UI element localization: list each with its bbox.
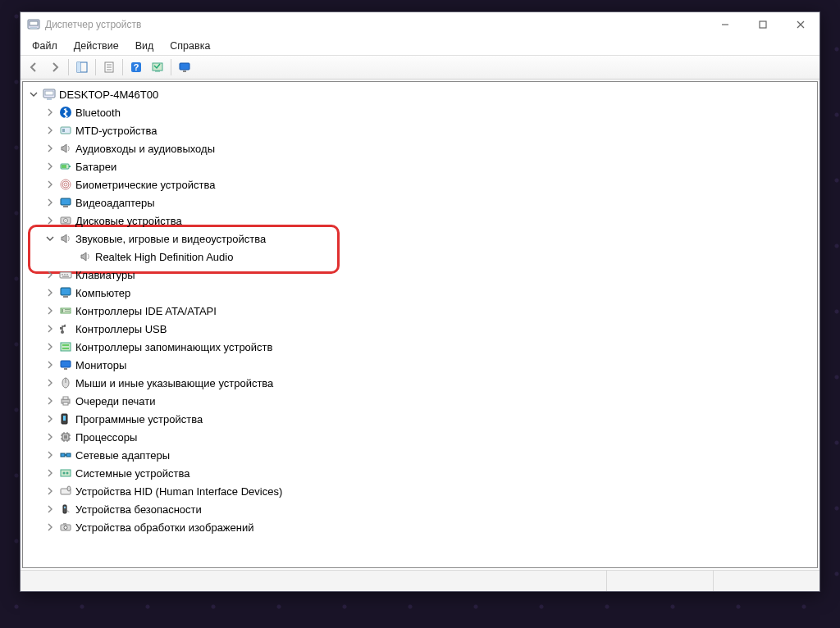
tree-category[interactable]: Дисковые устройства bbox=[23, 212, 817, 230]
tree-category[interactable]: Контроллеры запоминающих устройств bbox=[23, 338, 817, 356]
speaker-icon bbox=[79, 250, 92, 263]
tree-category[interactable]: Устройства обработки изображений bbox=[23, 518, 817, 536]
chevron-right-icon[interactable] bbox=[44, 287, 56, 298]
chevron-right-icon[interactable] bbox=[44, 305, 56, 316]
chevron-right-icon[interactable] bbox=[44, 179, 56, 190]
tree-category[interactable]: Bluetooth bbox=[23, 103, 817, 121]
tree-category[interactable]: Видеоадаптеры bbox=[23, 193, 817, 212]
mouse-icon bbox=[59, 376, 72, 389]
tree-category[interactable]: Мыши и иные указывающие устройства bbox=[23, 374, 817, 392]
tree-category[interactable]: Биометрические устройства bbox=[23, 175, 817, 193]
tree-node-label: Программные устройства bbox=[75, 413, 203, 425]
svg-rect-50 bbox=[61, 343, 71, 351]
chevron-right-icon[interactable] bbox=[44, 377, 56, 389]
svg-rect-39 bbox=[66, 274, 68, 275]
chevron-right-icon[interactable] bbox=[44, 215, 56, 226]
chevron-right-icon[interactable] bbox=[44, 269, 56, 280]
computer-icon bbox=[59, 286, 72, 299]
svg-rect-49 bbox=[60, 327, 62, 329]
svg-point-77 bbox=[66, 472, 69, 475]
tree-node-label: Контроллеры USB bbox=[75, 323, 167, 335]
tree-category[interactable]: Процессоры bbox=[23, 428, 817, 446]
chevron-right-icon[interactable] bbox=[44, 521, 56, 533]
tree-root[interactable]: DESKTOP-4M46T00 bbox=[23, 85, 817, 103]
tree-category[interactable]: Компьютер bbox=[23, 284, 817, 302]
scan-hardware-button[interactable] bbox=[148, 57, 167, 77]
chevron-right-icon[interactable] bbox=[44, 449, 56, 461]
tree-category[interactable]: Клавиатуры bbox=[23, 266, 817, 284]
back-button[interactable] bbox=[24, 57, 43, 77]
storage-ctrl-icon bbox=[59, 340, 72, 353]
chevron-right-icon[interactable] bbox=[44, 395, 56, 407]
chevron-right-icon[interactable] bbox=[44, 413, 56, 425]
svg-rect-51 bbox=[62, 344, 69, 346]
maximize-button[interactable] bbox=[744, 12, 782, 37]
tree-node-label: Realtek High Definition Audio bbox=[95, 251, 233, 263]
svg-rect-75 bbox=[61, 470, 71, 476]
help-button[interactable]: ? bbox=[126, 57, 146, 77]
tree-node-label: Системные устройства bbox=[75, 467, 189, 480]
monitor-button[interactable] bbox=[175, 57, 194, 77]
menu-action[interactable]: Действие bbox=[66, 39, 127, 53]
tree-category[interactable]: Сетевые адаптеры bbox=[23, 446, 817, 464]
svg-point-81 bbox=[64, 507, 66, 508]
chevron-right-icon[interactable] bbox=[44, 341, 56, 353]
tree-category[interactable]: Очереди печати bbox=[23, 392, 817, 410]
menu-view[interactable]: Вид bbox=[127, 39, 162, 53]
svg-rect-45 bbox=[65, 309, 70, 310]
chevron-right-icon[interactable] bbox=[44, 359, 56, 371]
chevron-right-icon[interactable] bbox=[44, 485, 56, 497]
svg-rect-72 bbox=[61, 453, 65, 457]
menu-help[interactable]: Справка bbox=[162, 39, 218, 53]
svg-rect-9 bbox=[77, 62, 80, 72]
chevron-right-icon[interactable] bbox=[44, 467, 56, 479]
cpu-icon bbox=[59, 430, 72, 444]
tree-category[interactable]: Контроллеры USB bbox=[23, 320, 817, 338]
security-icon bbox=[59, 503, 72, 516]
svg-rect-37 bbox=[62, 274, 63, 275]
display-adapter-icon bbox=[59, 196, 72, 209]
menu-file[interactable]: Файл bbox=[24, 39, 66, 53]
chevron-right-icon[interactable] bbox=[44, 125, 56, 136]
tree-node-label: Контроллеры запоминающих устройств bbox=[75, 341, 272, 353]
tree-category[interactable]: Аудиовходы и аудиовыходы bbox=[23, 139, 817, 157]
tree-node-label: Устройства безопасности bbox=[75, 503, 202, 516]
properties-button[interactable] bbox=[99, 57, 119, 77]
chevron-down-icon[interactable] bbox=[28, 89, 39, 100]
tree-category[interactable]: Устройства HID (Human Interface Devices) bbox=[23, 482, 817, 500]
tree-category[interactable]: Звуковые, игровые и видеоустройства bbox=[23, 230, 817, 248]
chevron-right-icon[interactable] bbox=[44, 431, 56, 443]
tree-category[interactable]: MTD-устройства bbox=[23, 121, 817, 139]
show-hide-console-button[interactable] bbox=[72, 57, 92, 77]
close-button[interactable] bbox=[782, 12, 819, 37]
tree-node-label: Контроллеры IDE ATA/ATAPI bbox=[75, 305, 217, 317]
device-tree[interactable]: DESKTOP-4M46T00BluetoothMTD-устройстваАу… bbox=[22, 81, 818, 568]
tree-category[interactable]: Контроллеры IDE ATA/ATAPI bbox=[23, 302, 817, 320]
mtd-icon bbox=[59, 124, 72, 137]
chevron-right-icon[interactable] bbox=[44, 503, 56, 515]
tree-node-label: MTD-устройства bbox=[75, 125, 157, 137]
fingerprint-icon bbox=[59, 178, 72, 191]
forward-button[interactable] bbox=[45, 57, 65, 77]
tree-device[interactable]: Realtek High Definition Audio bbox=[23, 248, 817, 266]
tree-category[interactable]: Программные устройства bbox=[23, 410, 817, 428]
svg-rect-73 bbox=[66, 453, 71, 457]
svg-rect-17 bbox=[180, 63, 189, 70]
tree-node-label: Дисковые устройства bbox=[75, 215, 182, 227]
svg-rect-32 bbox=[63, 206, 68, 207]
chevron-right-icon[interactable] bbox=[44, 323, 56, 334]
usb-icon bbox=[59, 322, 72, 335]
chevron-right-icon[interactable] bbox=[44, 197, 56, 208]
chevron-right-icon[interactable] bbox=[44, 143, 56, 154]
chevron-down-icon[interactable] bbox=[44, 233, 56, 244]
minimize-button[interactable] bbox=[706, 12, 744, 37]
tree-category[interactable]: Батареи bbox=[23, 157, 817, 175]
tree-category[interactable]: Устройства безопасности bbox=[23, 500, 817, 518]
svg-point-48 bbox=[64, 325, 66, 326]
svg-rect-21 bbox=[47, 98, 52, 100]
chevron-right-icon[interactable] bbox=[44, 161, 56, 172]
tree-category[interactable]: Мониторы bbox=[23, 356, 817, 374]
svg-rect-80 bbox=[63, 505, 66, 513]
tree-category[interactable]: Системные устройства bbox=[23, 464, 817, 482]
chevron-right-icon[interactable] bbox=[44, 107, 56, 118]
